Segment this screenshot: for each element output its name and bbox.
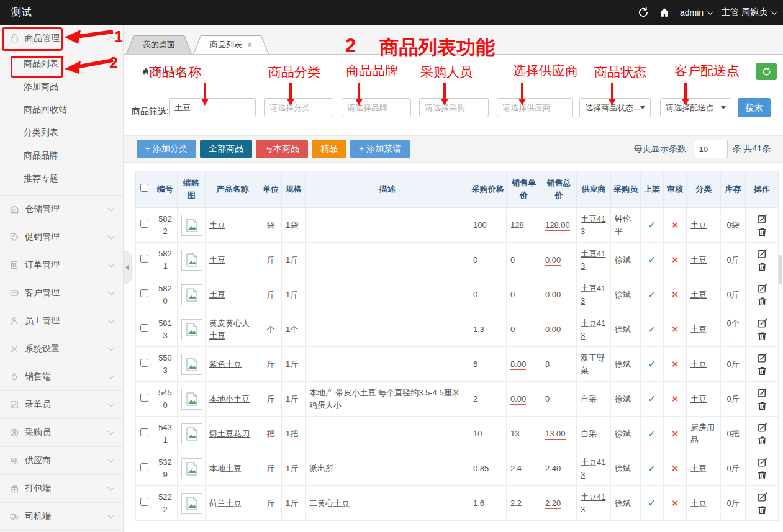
sidebar-group-打包端[interactable]: 打包端 bbox=[0, 475, 123, 502]
add-category-button[interactable]: + 添加分类 bbox=[137, 140, 196, 158]
trash-icon[interactable] bbox=[757, 505, 767, 515]
edit-icon[interactable] bbox=[757, 353, 767, 363]
on-shelf-check-icon[interactable]: ✓ bbox=[648, 498, 656, 508]
category-link[interactable]: 土豆 bbox=[690, 498, 707, 508]
sidebar-group-系统设置[interactable]: 系统设置 bbox=[0, 335, 123, 363]
thumbnail-placeholder[interactable] bbox=[181, 215, 202, 236]
audit-cross-icon[interactable]: × bbox=[672, 323, 678, 335]
brand-input[interactable] bbox=[342, 98, 411, 117]
sidebar-group-录单员[interactable]: 录单员 bbox=[0, 391, 123, 418]
sale-total-price[interactable]: 13.00 bbox=[545, 429, 566, 440]
sidebar-group-供应商[interactable]: 供应商 bbox=[0, 447, 123, 474]
product-name-link[interactable]: 土豆 bbox=[209, 290, 225, 299]
audit-cross-icon[interactable]: × bbox=[672, 358, 678, 370]
all-goods-button[interactable]: 全部商品 bbox=[200, 140, 252, 158]
tab-goods-list[interactable]: 商品列表× bbox=[193, 35, 269, 54]
thumbnail-placeholder[interactable] bbox=[181, 319, 202, 340]
supplier-link[interactable]: 土豆413 bbox=[581, 249, 605, 271]
delivery-select[interactable]: 请选择配送点 bbox=[660, 98, 731, 117]
category-link[interactable]: 土豆 bbox=[690, 220, 707, 230]
product-name-link[interactable]: 土豆 bbox=[209, 255, 225, 264]
premium-button[interactable]: 精品 bbox=[312, 140, 346, 158]
staff-menu[interactable]: 主管 周婉贞 bbox=[722, 7, 776, 18]
product-name-link[interactable]: 切土豆花刀 bbox=[209, 429, 250, 438]
thumbnail-placeholder[interactable] bbox=[181, 354, 202, 375]
edit-icon[interactable] bbox=[757, 387, 767, 398]
audit-cross-icon[interactable]: × bbox=[672, 428, 678, 440]
on-shelf-check-icon[interactable]: ✓ bbox=[648, 289, 656, 300]
goods-name-input[interactable] bbox=[169, 98, 256, 117]
category-link[interactable]: 土豆 bbox=[690, 255, 707, 264]
sale-total-price[interactable]: 0.00 bbox=[545, 325, 561, 335]
on-shelf-check-icon[interactable]: ✓ bbox=[648, 428, 656, 439]
edit-icon[interactable] bbox=[757, 492, 767, 502]
trash-icon[interactable] bbox=[757, 227, 767, 237]
on-shelf-check-icon[interactable]: ✓ bbox=[648, 394, 656, 404]
sidebar-item-推荐专题[interactable]: 推荐专题 bbox=[0, 167, 123, 190]
supplier-input[interactable] bbox=[497, 98, 573, 117]
sidebar-item-商品回收站[interactable]: 商品回收站 bbox=[0, 98, 123, 121]
supplier-link[interactable]: 土豆413 bbox=[581, 284, 605, 305]
sidebar-group-仓储管理[interactable]: 仓储管理 bbox=[0, 196, 123, 223]
user-menu[interactable]: admin bbox=[680, 7, 712, 17]
sidebar-group-商品管理[interactable]: 商品管理 bbox=[0, 25, 123, 52]
status-select[interactable]: 选择商品状态... bbox=[579, 98, 651, 117]
trash-icon[interactable] bbox=[757, 261, 767, 272]
edit-icon[interactable] bbox=[757, 214, 767, 224]
sale-unit-price[interactable]: 0.00 bbox=[510, 394, 526, 405]
row-checkbox[interactable] bbox=[140, 255, 148, 263]
sale-unit-price[interactable]: 8.00 bbox=[510, 359, 526, 370]
sidebar-group-采购员[interactable]: 采购员 bbox=[0, 419, 123, 446]
category-link[interactable]: 土豆 bbox=[690, 359, 707, 369]
on-shelf-check-icon[interactable]: ✓ bbox=[648, 463, 656, 474]
sidebar-group-订单管理[interactable]: 订单管理 bbox=[0, 251, 123, 279]
sale-total-price[interactable]: 0.00 bbox=[545, 255, 561, 266]
sidebar-item-商品品牌[interactable]: 商品品牌 bbox=[0, 144, 123, 167]
trash-icon[interactable] bbox=[757, 470, 767, 480]
thumbnail-placeholder[interactable] bbox=[181, 423, 202, 444]
edit-icon[interactable] bbox=[757, 283, 767, 294]
row-checkbox[interactable] bbox=[140, 394, 148, 402]
audit-cross-icon[interactable]: × bbox=[672, 462, 678, 474]
sidebar-group-司机端[interactable]: 司机端 bbox=[0, 503, 123, 530]
sale-total-price[interactable]: 2.20 bbox=[545, 498, 561, 509]
on-shelf-check-icon[interactable]: ✓ bbox=[648, 255, 656, 265]
edit-icon[interactable] bbox=[757, 318, 767, 328]
audit-cross-icon[interactable]: × bbox=[672, 219, 678, 231]
sidebar-group-客户管理[interactable]: 客户管理 bbox=[0, 279, 123, 307]
home-icon[interactable] bbox=[659, 7, 670, 18]
refresh-icon[interactable] bbox=[638, 7, 649, 18]
add-recipe-button[interactable]: + 添加菜谱 bbox=[350, 140, 410, 158]
trash-icon[interactable] bbox=[757, 400, 767, 411]
supplier-link[interactable]: 土豆413 bbox=[581, 458, 605, 479]
sidebar-group-员工管理[interactable]: 员工管理 bbox=[0, 307, 123, 335]
supplier-link[interactable]: 土豆413 bbox=[581, 492, 605, 514]
row-checkbox[interactable] bbox=[140, 463, 148, 471]
audit-cross-icon[interactable]: × bbox=[672, 254, 678, 266]
sidebar-item-添加商品[interactable]: 添加商品 bbox=[0, 75, 123, 98]
trash-icon[interactable] bbox=[757, 331, 767, 341]
supplier-link[interactable]: 土豆413 bbox=[581, 318, 605, 340]
trash-icon[interactable] bbox=[757, 435, 767, 446]
trash-icon[interactable] bbox=[757, 366, 767, 376]
audit-cross-icon[interactable]: × bbox=[672, 289, 678, 300]
edit-icon[interactable] bbox=[757, 457, 767, 467]
product-name-link[interactable]: 土豆 bbox=[209, 220, 225, 230]
sidebar-item-分类列表[interactable]: 分类列表 bbox=[0, 121, 123, 144]
on-shelf-check-icon[interactable]: ✓ bbox=[648, 220, 656, 230]
thumbnail-placeholder[interactable] bbox=[181, 250, 202, 271]
category-link[interactable]: 土豆 bbox=[690, 325, 707, 334]
row-checkbox[interactable] bbox=[140, 324, 148, 332]
product-name-link[interactable]: 黄皮黄心大土豆 bbox=[209, 318, 250, 340]
category-input[interactable] bbox=[264, 98, 333, 117]
thumbnail-placeholder[interactable] bbox=[181, 389, 202, 410]
sale-total-price[interactable]: 0.00 bbox=[545, 290, 561, 300]
thumbnail-placeholder[interactable] bbox=[181, 284, 202, 305]
product-name-link[interactable]: 本地小土豆 bbox=[209, 394, 250, 404]
select-all-checkbox[interactable] bbox=[140, 184, 148, 192]
thumbnail-placeholder[interactable] bbox=[181, 458, 202, 479]
product-name-link[interactable]: 本地土豆 bbox=[209, 464, 242, 473]
loss-goods-button[interactable]: 亏本商品 bbox=[256, 140, 308, 158]
category-link[interactable]: 土豆 bbox=[690, 464, 707, 473]
scrollbar-thumb[interactable] bbox=[779, 255, 782, 284]
